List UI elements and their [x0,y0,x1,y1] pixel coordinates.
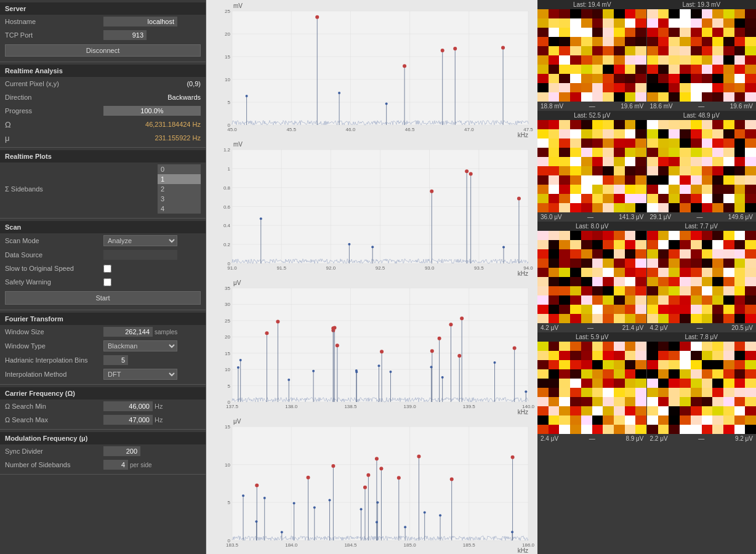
heatmap-bottom-label-0: 18.8 mV—19.6 mV [537,102,647,111]
sideband-4[interactable]: 4 [158,204,201,214]
mu-label: μ [5,134,103,143]
heatmap-bottom-label-3: 29.1 μV—149.6 μV [647,212,757,222]
data-source-input[interactable] [103,250,177,260]
scan-mode-select[interactable]: Analyze Scan [103,235,177,246]
slow-speed-label: Slow to Original Speed [5,265,103,272]
heatmap-cell-0: Last: 19.4 mV18.8 mV—19.6 mV [537,0,647,111]
scan-mode-row: Scan Mode Analyze Scan [0,233,206,248]
data-source-label: Data Source [5,251,103,259]
heatmap-top-label-2: Last: 52.5 μV [537,111,647,120]
progress-bar: 100.0% [103,106,201,116]
sidebands-row: Σ Sidebands 0 1 2 3 4 [0,163,206,215]
safety-warning-row: Safety Warning [0,275,206,289]
window-size-input[interactable] [103,327,153,337]
sidebands-listbox[interactable]: 0 1 2 3 4 [158,164,201,214]
data-source-row: Data Source [0,248,206,262]
heatmap-bottom-label-7: 2.2 μV—9.2 μV [647,434,757,443]
sideband-2[interactable]: 2 [158,184,201,194]
heatmap-cell-3: Last: 48.9 μV29.1 μV—149.6 μV [647,111,757,222]
num-sidebands-input[interactable] [103,460,128,470]
scan-mode-label: Scan Mode [5,237,103,244]
server-header: Server [0,2,206,15]
left-panel: Server Hostname TCP Port Disconnect Real… [0,0,206,554]
carrier-freq-header: Carrier Frequency (Ω) [0,387,206,399]
slow-speed-checkbox[interactable] [103,265,111,273]
sync-divider-input[interactable] [103,446,140,456]
right-panel: Last: 19.4 mV18.8 mV—19.6 mVLast: 19.3 m… [537,0,756,554]
realtime-analysis-header: Realtime Analysis [0,65,206,77]
heatmap-top-label-5: Last: 7.7 μV [647,222,757,231]
heatmap-top-label-0: Last: 19.4 mV [537,0,647,9]
window-size-unit: samples [155,329,177,335]
realtime-plots-header: Realtime Plots [0,150,206,163]
heatmap-top-label-7: Last: 7.8 μV [647,332,757,342]
sideband-0[interactable]: 0 [158,164,201,174]
hostname-label: Hostname [5,18,103,25]
sync-divider-label: Sync Divider [5,448,103,455]
progress-bar-fill: 100.0% [103,106,201,116]
heatmap-cell-1: Last: 19.3 mV18.6 mV—19.6 mV [647,0,757,111]
slow-speed-row: Slow to Original Speed [0,262,206,275]
window-type-select[interactable]: Blackman Hann Hamming [103,340,177,351]
mu-row: μ 231.155922 Hz [0,131,206,145]
safety-warning-label: Safety Warning [5,278,103,286]
sideband-3[interactable]: 3 [158,194,201,204]
tcp-port-input[interactable] [103,30,147,40]
heatmap-canvas-6 [537,342,646,434]
start-button[interactable]: Start [5,291,201,305]
heatmap-bottom-label-2: 36.0 μV—141.3 μV [537,212,647,222]
heatmap-top-label-4: Last: 8.0 μV [537,222,647,231]
current-pixel-label: Current Pixel (x,y) [5,80,103,87]
omega-max-input[interactable] [103,415,153,425]
hostname-row: Hostname [0,15,206,28]
interpolation-method-select[interactable]: DFT FFT [103,369,177,380]
realtime-analysis-section: Realtime Analysis Current Pixel (x,y) (0… [0,62,206,148]
heatmap-canvas-5 [647,231,756,323]
omega-min-input[interactable] [103,401,153,411]
charts-canvas [206,0,537,554]
disconnect-button[interactable]: Disconnect [5,44,201,57]
tcp-port-label: TCP Port [5,31,103,39]
omega-max-row: Ω Search Max Hz [0,413,206,427]
window-type-row: Window Type Blackman Hann Hamming [0,339,206,353]
server-section: Server Hostname TCP Port Disconnect [0,0,206,62]
safety-warning-checkbox[interactable] [103,278,111,286]
heatmap-bottom-label-5: 4.2 μV—20.5 μV [647,323,757,332]
realtime-plots-section: Realtime Plots Σ Sidebands 0 1 2 3 4 [0,148,206,219]
heatmap-top-label-1: Last: 19.3 mV [647,0,757,9]
interpolation-bins-input[interactable] [103,355,128,365]
direction-row: Direction Backwards [0,90,206,104]
heatmap-bottom-label-6: 2.4 μV—8.9 μV [537,434,647,443]
direction-label: Direction [5,94,103,101]
modulation-freq-header: Modulation Frequency (μ) [0,432,206,444]
heatmap-cell-2: Last: 52.5 μV36.0 μV—141.3 μV [537,111,647,222]
mu-value: 231.155922 Hz [103,134,201,142]
heatmap-bottom-label-1: 18.6 mV—19.6 mV [647,102,757,111]
direction-value: Backwards [103,94,201,101]
num-sidebands-unit: per side [130,462,152,468]
modulation-freq-section: Modulation Frequency (μ) Sync Divider Nu… [0,430,206,475]
omega-min-unit: Hz [155,403,163,410]
heatmap-top-label-6: Last: 5.9 μV [537,332,647,342]
fourier-section: Fourier Transform Window Size samples Wi… [0,310,206,385]
sideband-1[interactable]: 1 [158,174,201,184]
hostname-input[interactable] [103,17,177,26]
heatmap-canvas-4 [537,231,646,323]
heatmap-canvas-0 [537,9,646,102]
current-pixel-row: Current Pixel (x,y) (0,9) [0,77,206,90]
omega-min-label: Ω Search Min [5,403,103,410]
interpolation-bins-label: Hadrianic Interpolation Bins [5,356,103,364]
heatmap-canvas-7 [647,342,756,434]
interpolation-method-label: Interpolation Method [5,371,103,378]
heatmap-top-label-3: Last: 48.9 μV [647,111,757,120]
heatmap-canvas-3 [647,120,756,212]
heatmap-cell-6: Last: 5.9 μV2.4 μV—8.9 μV [537,332,647,443]
omega-value: 46,231.184424 Hz [103,121,201,128]
fourier-header: Fourier Transform [0,313,206,325]
window-type-label: Window Type [5,342,103,350]
heatmap-canvas-1 [647,9,756,102]
heatmap-cell-5: Last: 7.7 μV4.2 μV—20.5 μV [647,222,757,332]
heatmap-cell-4: Last: 8.0 μV4.2 μV—21.4 μV [537,222,647,332]
center-panel [206,0,537,554]
sync-divider-row: Sync Divider [0,444,206,458]
